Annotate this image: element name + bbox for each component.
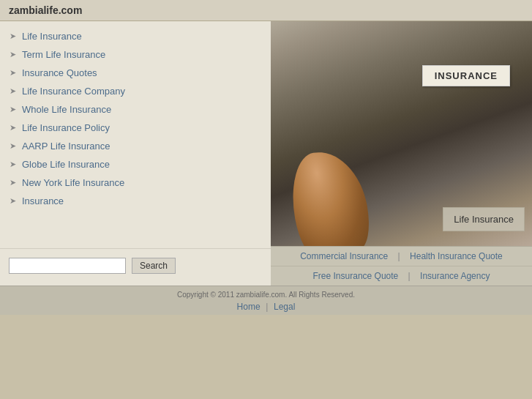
nav-bullet: ➤ xyxy=(9,105,16,114)
nav-item[interactable]: ➤Insurance xyxy=(0,192,271,210)
main-content: ➤Life Insurance➤Term Life Insurance➤Insu… xyxy=(0,21,532,286)
nav-link[interactable]: Insurance Quotes xyxy=(22,67,97,78)
site-logo-link[interactable]: zambialife.com xyxy=(9,4,82,16)
nav-bullet: ➤ xyxy=(9,178,16,187)
nav-link[interactable]: Globe Life Insurance xyxy=(22,159,110,170)
free-insurance-quote-link[interactable]: Free Insurance Quote xyxy=(313,271,399,281)
insurance-tab: INSURANCE xyxy=(422,65,510,86)
separator-2: | xyxy=(408,271,411,281)
below-fold xyxy=(0,315,532,399)
nav-item[interactable]: ➤Globe Life Insurance xyxy=(0,155,271,174)
nav-list: ➤Life Insurance➤Term Life Insurance➤Insu… xyxy=(0,27,271,210)
commercial-insurance-link[interactable]: Commercial Insurance xyxy=(300,251,388,261)
footer-home-link[interactable]: Home xyxy=(237,302,261,312)
nav-bullet: ➤ xyxy=(9,31,16,41)
life-insurance-badge: Life Insurance xyxy=(443,207,525,231)
nav-link[interactable]: Whole Life Insurance xyxy=(22,104,111,115)
nav-bullet: ➤ xyxy=(9,160,16,169)
nav-item[interactable]: ➤Term Life Insurance xyxy=(0,45,271,64)
footer-links: Home | Legal xyxy=(0,301,532,312)
nav-bullet: ➤ xyxy=(9,141,16,151)
link-row-2: Free Insurance Quote | Insurance Agency xyxy=(271,266,532,286)
right-panel: INSURANCE Life Insurance Commercial Insu… xyxy=(271,21,532,286)
footer-separator: | xyxy=(266,302,268,312)
search-button[interactable]: Search xyxy=(132,258,176,274)
nav-bullet: ➤ xyxy=(9,68,16,78)
copyright-text: Copyright © 2011 zambialife.com. All Rig… xyxy=(0,291,532,299)
footer-legal-link[interactable]: Legal xyxy=(274,302,295,312)
nav-link[interactable]: Insurance xyxy=(22,195,64,206)
nav-item[interactable]: ➤Life Insurance xyxy=(0,27,271,45)
nav-link[interactable]: Life Insurance Company xyxy=(22,86,125,97)
nav-item[interactable]: ➤Insurance Quotes xyxy=(0,64,271,82)
nav-link[interactable]: Term Life Insurance xyxy=(22,49,105,60)
search-area: Search xyxy=(0,248,271,286)
nav-link[interactable]: New York Life Insurance xyxy=(22,177,124,188)
nav-bullet: ➤ xyxy=(9,50,16,59)
nav-item[interactable]: ➤AARP Life Insurance xyxy=(0,137,271,155)
header: zambialife.com xyxy=(0,0,532,21)
nav-bullet: ➤ xyxy=(9,196,16,206)
nav-item[interactable]: ➤Life Insurance Company xyxy=(0,82,271,100)
nav-link[interactable]: Life Insurance xyxy=(22,31,82,42)
search-input[interactable] xyxy=(9,258,126,274)
health-insurance-quote-link[interactable]: Health Insurance Quote xyxy=(410,251,503,261)
nav-bullet: ➤ xyxy=(9,123,16,133)
nav-link[interactable]: Life Insurance Policy xyxy=(22,122,110,133)
image-area: INSURANCE Life Insurance xyxy=(271,21,532,246)
nav-bullet: ➤ xyxy=(9,86,16,96)
insurance-agency-link[interactable]: Insurance Agency xyxy=(420,271,490,281)
sidebar: ➤Life Insurance➤Term Life Insurance➤Insu… xyxy=(0,21,271,248)
nav-link[interactable]: AARP Life Insurance xyxy=(22,141,110,152)
nav-item[interactable]: ➤Whole Life Insurance xyxy=(0,100,271,119)
link-row-1: Commercial Insurance | Health Insurance … xyxy=(271,247,532,266)
nav-item[interactable]: ➤New York Life Insurance xyxy=(0,174,271,192)
footer: Copyright © 2011 zambialife.com. All Rig… xyxy=(0,286,532,315)
separator-1: | xyxy=(398,251,400,261)
nav-item[interactable]: ➤Life Insurance Policy xyxy=(0,119,271,137)
bottom-links: Commercial Insurance | Health Insurance … xyxy=(271,246,532,286)
